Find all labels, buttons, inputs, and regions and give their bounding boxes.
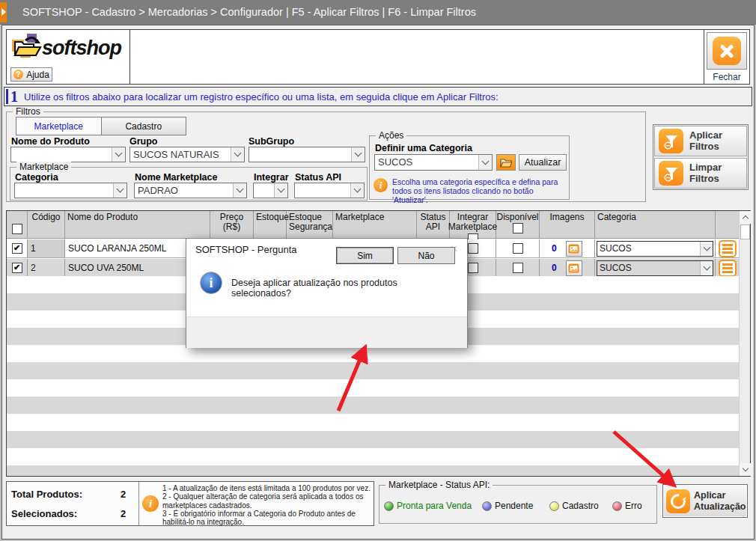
folder-browse-button[interactable] — [496, 154, 516, 171]
row-menu-button[interactable] — [719, 260, 737, 277]
status-api-value — [295, 183, 350, 198]
row-checkbox[interactable] — [12, 243, 22, 254]
categoria-label: Categoria — [15, 172, 58, 183]
nome-produto-select[interactable] — [10, 147, 126, 162]
integrar-checkbox[interactable] — [468, 243, 478, 254]
selecionados-value: 2 — [121, 508, 126, 519]
instruction-accent — [6, 89, 8, 104]
chevron-down-icon — [112, 147, 125, 162]
subgrupo-value — [249, 147, 351, 162]
row-categoria-select[interactable]: SUCOS — [597, 241, 713, 257]
table-header: Código Nome do Produto Preço (R$) Estoqu… — [7, 211, 739, 239]
grupo-select[interactable]: SUCOS NATURAIS — [129, 147, 245, 162]
status-api-groupbox: Marketplace - Status API: Pronta para Ve… — [379, 485, 657, 524]
blue-status-icon — [482, 501, 492, 511]
legend-erro: Erro — [612, 501, 642, 511]
app-icon — [0, 2, 7, 22]
window-titlebar: SOFTSHOP - Cadastro > Mercadorias > Conf… — [0, 0, 756, 25]
definir-categoria-value: SUCOS — [375, 155, 478, 170]
close-button[interactable] — [707, 32, 747, 70]
row-menu-button[interactable] — [719, 240, 737, 257]
status-api-select[interactable] — [294, 183, 365, 198]
totals-panel: Total Produtos: 2 Selecionados: 2 i 1 - … — [6, 481, 374, 526]
grupo-label: Grupo — [129, 136, 158, 147]
filter-buttons-panel: Aplicar Filtros Limpar Filtros — [653, 124, 749, 190]
red-status-icon — [612, 501, 622, 511]
imagens-button[interactable] — [566, 241, 582, 257]
legend-pendente: Pendente — [482, 501, 533, 511]
app-header: softshop ? Ajuda Fechar — [6, 29, 750, 85]
legend-cadastro: Cadastro — [549, 501, 599, 511]
limpar-filtros-button[interactable]: Limpar Filtros — [654, 158, 747, 189]
nao-button[interactable]: Não — [397, 247, 455, 264]
atualizar-button[interactable]: Atualizar — [519, 154, 567, 171]
row-categoria-value: SUCOS — [597, 261, 700, 275]
nome-marketplace-label: Nome Marketplace — [135, 172, 217, 183]
aplicar-atualizacao-button[interactable]: Aplicar Atualização — [662, 484, 748, 518]
scrollbar-thumb[interactable] — [740, 224, 750, 239]
marketplace-groupbox-label: Marketplace — [16, 162, 71, 172]
categoria-select[interactable] — [14, 183, 127, 198]
photo-icon — [568, 263, 579, 273]
help-label: Ajuda — [26, 70, 49, 80]
acoes-hint: Escolha uma categoria específica e defin… — [392, 177, 566, 204]
instruction-number: 1 — [10, 88, 18, 106]
filters-groupbox-label: Filtros — [13, 106, 43, 117]
scroll-down-icon[interactable] — [740, 463, 751, 476]
integrar-select[interactable] — [253, 183, 288, 198]
dialog-info-icon: i — [200, 272, 222, 294]
disponivel-checkbox[interactable] — [513, 263, 523, 273]
acoes-groupbox: Ações Definir uma Categoria SUCOS Atuali… — [369, 135, 570, 200]
note-line: 1 - A atualização de itens está limitada… — [162, 484, 374, 492]
definir-categoria-select[interactable]: SUCOS — [374, 154, 493, 171]
row-categoria-select[interactable]: SUCOS — [597, 260, 713, 276]
row-checkbox[interactable] — [12, 263, 22, 273]
chevron-down-icon — [700, 242, 713, 256]
row-codigo: 2 — [28, 259, 65, 277]
vertical-scrollbar[interactable] — [739, 211, 750, 476]
aplicar-filtros-button[interactable]: Aplicar Filtros — [654, 126, 747, 156]
legend-pronta-para-venda: Pronta para Venda — [384, 501, 472, 511]
chevron-down-icon — [113, 183, 126, 198]
nome-marketplace-select[interactable]: PADRAO — [134, 183, 247, 198]
dialog-footer — [186, 317, 467, 348]
disponivel-checkbox[interactable] — [513, 243, 523, 254]
note-line: 3 - É obrigatório informar a Categoria d… — [162, 510, 374, 527]
col-status-api: Status API — [419, 213, 447, 233]
col-codigo: Código — [31, 213, 60, 222]
scroll-up-icon[interactable] — [740, 211, 751, 224]
sim-button[interactable]: Sim — [336, 247, 394, 264]
col-disponivel: Disponível — [496, 213, 538, 222]
info-icon: i — [142, 495, 159, 512]
close-cell: Fechar — [704, 30, 749, 84]
instruction-text: Utilize os filtros abaixo para localizar… — [24, 91, 499, 103]
select-all-checkbox[interactable] — [12, 224, 22, 234]
disponivel-all-checkbox[interactable] — [513, 223, 523, 233]
col-estoque: Estoque — [256, 213, 284, 222]
tab-cadastro[interactable]: Cadastro — [102, 117, 186, 135]
integrar-value — [254, 183, 274, 198]
subgrupo-select[interactable] — [249, 147, 365, 162]
dialog-title: SOFTSHOP - Pergunta — [195, 244, 297, 255]
marketplace-groupbox: Marketplace Categoria Nome Marketplace I… — [10, 167, 368, 201]
dialog-message: Deseja aplicar atualização nos produtos … — [231, 278, 460, 299]
filter-funnel-icon — [659, 161, 683, 186]
help-button[interactable]: ? Ajuda — [10, 67, 52, 82]
imagens-count: 0 — [552, 243, 557, 254]
nome-produto-value — [11, 147, 112, 162]
nome-marketplace-value: PADRAO — [135, 183, 233, 198]
chevron-down-icon — [351, 147, 365, 162]
tab-marketplace[interactable]: Marketplace — [16, 117, 102, 135]
green-status-icon — [384, 501, 394, 511]
chevron-down-icon — [700, 261, 713, 275]
definir-categoria-label: Definir uma Categoria — [375, 143, 472, 153]
photo-icon — [568, 244, 579, 254]
divider — [138, 482, 139, 525]
imagens-button[interactable] — [566, 260, 582, 276]
aplicar-atualizacao-label: Aplicar Atualização — [694, 490, 747, 512]
legend-label: Erro — [625, 501, 642, 511]
folder-icon — [500, 158, 512, 168]
integrar-checkbox[interactable] — [468, 263, 478, 273]
nome-produto-label: Nome do Produto — [11, 136, 90, 147]
info-icon: i — [374, 178, 388, 192]
